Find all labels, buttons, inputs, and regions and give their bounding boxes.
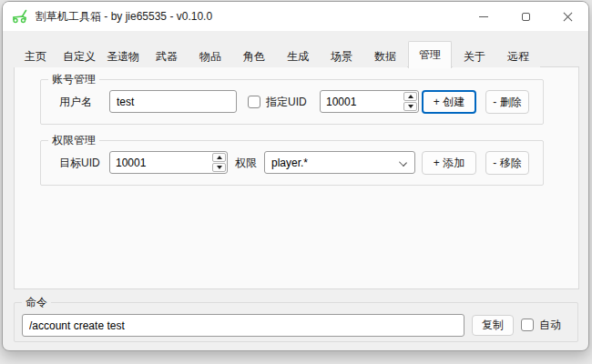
window-controls [463,2,588,31]
specify-uid-label: 指定UID [266,95,307,110]
maximize-icon [522,13,530,21]
tab-item[interactable]: 物品 [189,45,232,67]
command-input[interactable] [22,314,464,337]
add-permission-button[interactable]: + 添加 [422,151,476,175]
tab-scene[interactable]: 场景 [320,45,363,67]
tab-home[interactable]: 主页 [14,45,57,67]
spin-down-button[interactable] [212,163,226,172]
permission-management-group: 权限管理 目标UID 权限 player.* + 添加 - 移除 [40,140,544,186]
username-label: 用户名 [59,95,92,110]
permission-label: 权限 [235,156,257,171]
tab-avatar[interactable]: 角色 [232,45,276,67]
tab-weapon[interactable]: 武器 [145,45,189,67]
chevron-down-icon [399,158,407,167]
command-group: 命令 复制 自动 [14,302,578,342]
uid-stepper-spinners [403,91,418,112]
spin-down-icon [217,166,222,169]
copy-command-button[interactable]: 复制 [472,315,514,336]
uid-stepper[interactable] [320,90,419,113]
tab-about[interactable]: 关于 [453,45,496,67]
spin-down-icon [408,105,413,108]
create-account-button[interactable]: + 创建 [422,90,476,114]
spin-up-icon [408,95,413,98]
close-button[interactable] [546,2,588,31]
titlebar: 割草机工具箱 - by jie65535 - v0.10.0 [3,2,588,31]
auto-copy-label: 自动 [539,318,561,333]
app-window: 割草机工具箱 - by jie65535 - v0.10.0 主页 自定义 圣遗… [2,1,589,351]
minimize-button[interactable] [463,2,505,31]
specify-uid-checkbox[interactable] [248,96,260,108]
lawnmower-icon [11,9,29,24]
tab-artifact[interactable]: 圣遗物 [101,45,145,67]
delete-account-button[interactable]: - 删除 [485,90,529,114]
close-icon [563,12,573,22]
uid-stepper-value[interactable] [321,91,403,112]
auto-copy-checkbox[interactable] [521,318,534,331]
remove-permission-button[interactable]: - 移除 [485,151,529,175]
target-uid-stepper[interactable] [109,151,228,174]
command-group-title: 命令 [22,295,51,310]
tab-custom[interactable]: 自定义 [57,45,101,67]
tab-data[interactable]: 数据 [363,45,407,67]
account-management-group: 账号管理 用户名 指定UID + 创建 - 删除 [40,79,544,125]
target-uid-label: 目标UID [59,156,100,171]
tab-strip: 主页 自定义 圣遗物 武器 物品 角色 生成 场景 数据 管理 关于 远程 [14,40,540,67]
target-uid-stepper-value[interactable] [110,152,211,173]
tab-spawn[interactable]: 生成 [276,45,320,67]
permission-combobox[interactable]: player.* [264,151,415,174]
window-title: 割草机工具箱 - by jie65535 - v0.10.0 [36,9,212,25]
permission-group-title: 权限管理 [48,133,99,148]
minimize-icon [479,16,488,17]
spin-up-button[interactable] [403,92,417,101]
username-input[interactable] [109,90,237,113]
spin-up-icon [217,156,222,159]
spin-up-button[interactable] [212,153,226,162]
maximize-button[interactable] [505,2,546,31]
spin-down-button[interactable] [403,102,417,111]
tab-remote[interactable]: 远程 [496,45,540,67]
tab-management[interactable]: 管理 [408,41,452,68]
account-group-title: 账号管理 [48,72,99,87]
management-tab-panel: 账号管理 用户名 指定UID + 创建 - 删除 权限管理 目标UID [14,66,579,289]
target-uid-stepper-spinners [211,152,227,173]
permission-combobox-value: player.* [271,157,308,169]
